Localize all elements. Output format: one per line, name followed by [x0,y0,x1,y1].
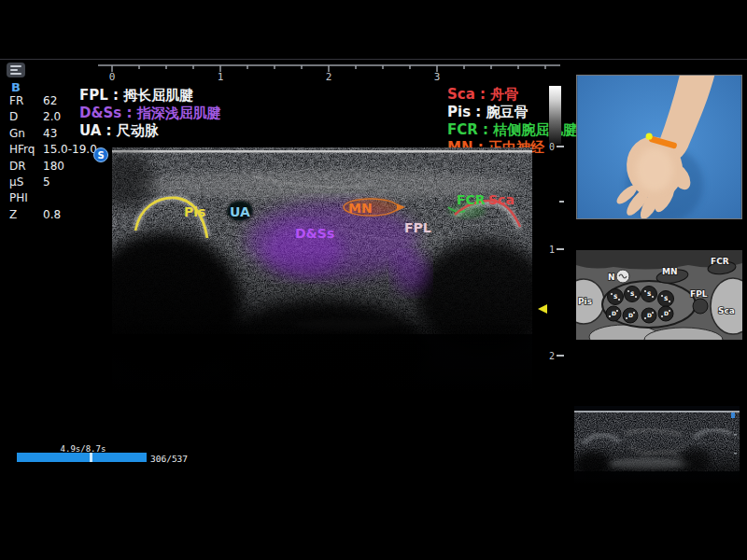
probe-orientation-dot [646,133,653,140]
svg-text:D: D [612,310,616,316]
diagram-label-pis: Pis [578,297,592,306]
param-row: PHI [9,190,117,206]
thumbnail-corner-mark [731,413,735,418]
param-row: Z0.8 [9,207,117,223]
label-pis: Pis [184,204,205,219]
diagram-label-fpl: FPL [690,289,708,299]
legend-item: D&Ss : 指深浅屈肌腱 [79,105,221,122]
cine-cursor[interactable] [90,453,92,462]
menu-icon[interactable] [7,63,25,77]
legend-item: UA : 尺动脉 [79,122,221,140]
label-mn: MN [348,201,373,216]
reference-hand-photo[interactable] [576,75,742,219]
orientation-marker: S [93,147,108,162]
label-fcr: FCR [457,192,486,207]
legend-left: FPL : 拇长屈肌腱 D&Ss : 指深浅屈肌腱 UA : 尺动脉 [79,87,221,140]
svg-text:S: S [613,293,617,300]
mode-indicator: B [11,80,21,94]
ruler-label: 2 [326,71,332,82]
svg-text:D: D [664,310,669,316]
svg-text:S: S [664,295,668,301]
label-sca: Sca [488,192,514,207]
ruler-label: 3 [434,71,441,82]
label-ua: UA [230,204,250,219]
diagram-label-mn: MN [662,267,678,276]
cine-progress-bar[interactable] [17,453,147,462]
main-ultrasound-image[interactable]: Pis UA D&Ss MN FPL FCR Sca [112,147,532,392]
svg-text:D: D [628,312,633,318]
vruler-tick [542,197,564,206]
param-row: µS5 [9,175,117,190]
ultrasound-screen: B FR62 D2.0 Gn43 HFrq15.0-19.0 DR180 µS5… [0,0,747,560]
vruler-tick: 0 [542,142,564,151]
diagram-label-n: N [608,273,615,282]
grayscale-bar [549,86,561,145]
svg-text:S: S [647,290,651,297]
reference-anatomy-diagram[interactable]: S S S S D D D D N MN FCR Pis FPL Sca [576,250,742,340]
label-dss: D&Ss [295,226,334,241]
ruler-label: 0 [109,71,116,82]
vruler-tick: 2 [542,351,564,360]
vruler-tick: 1 [542,245,564,254]
focus-marker-arrow[interactable] [538,304,547,314]
reference-ultrasound-thumbnail[interactable] [574,406,740,483]
legend-item: FPL : 拇长屈肌腱 [79,87,221,105]
diagram-label-sca: Sca [718,306,735,315]
svg-text:S: S [630,290,634,297]
horizontal-ruler: 0 1 2 3 [93,60,565,82]
svg-text:D: D [647,312,652,318]
diagram-label-fcr: FCR [711,257,729,266]
ruler-label: 1 [218,71,224,82]
label-fpl: FPL [404,220,431,235]
cine-frame-counter: 306/537 [150,454,188,464]
fpl-shape [693,299,708,314]
